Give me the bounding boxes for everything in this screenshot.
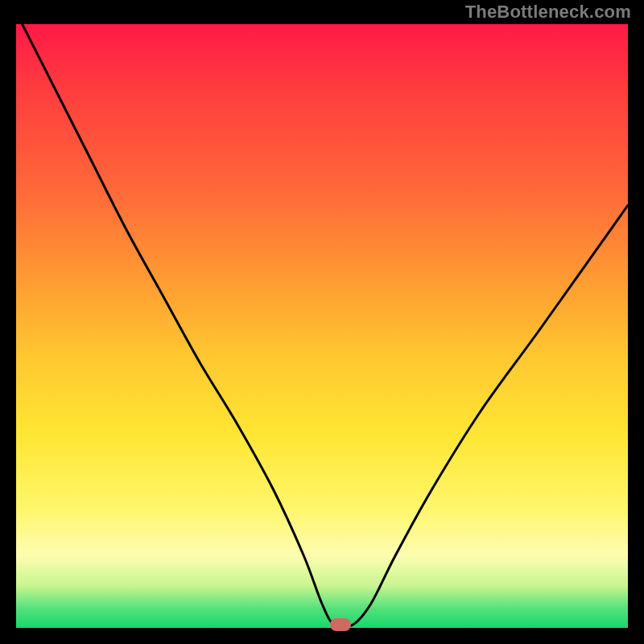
bottleneck-curve [16, 24, 628, 628]
optimal-point-marker [330, 618, 351, 631]
chart-frame: TheBottleneck.com [0, 0, 644, 644]
plot-area [16, 24, 628, 628]
attribution-label: TheBottleneck.com [465, 2, 631, 23]
